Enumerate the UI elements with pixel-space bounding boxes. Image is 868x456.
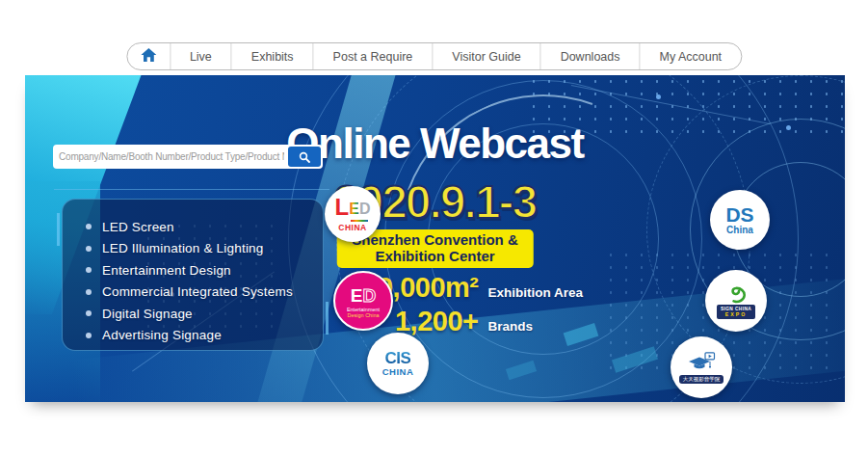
logo-ds-china[interactable]: DS China [710, 190, 770, 250]
cis-china-label: CHINA [382, 366, 414, 377]
category-panel: LED Screen LED Illumination & Lighting E… [62, 199, 324, 351]
logo-cis-china[interactable]: CIS CHINA [367, 333, 429, 394]
led-letter-e: E [349, 201, 359, 217]
bullet-dot-icon [86, 246, 92, 252]
circuit-node [656, 94, 661, 99]
led-china-wordmark: L E D [335, 196, 371, 219]
led-china-label: CHINA [338, 223, 366, 232]
ed-letter-d: D [362, 286, 376, 305]
led-letter-l: L [335, 196, 350, 219]
sign-china-swirl-icon [723, 282, 749, 304]
category-label: Entertainment Design [102, 263, 231, 278]
nav-item-downloads[interactable]: Downloads [540, 43, 640, 69]
bullet-dot-icon [86, 289, 92, 295]
home-icon [141, 48, 156, 65]
main-nav: Live Exhibits Post a Require Visitor Gui… [126, 42, 742, 70]
category-item[interactable]: Digital Signage [86, 303, 323, 325]
category-label: Commercial Integrated Systems [102, 284, 293, 299]
led-rainbow-bar [351, 220, 368, 223]
circuit-line [571, 85, 770, 124]
bg-block [612, 346, 658, 373]
category-label: LED Illumination & Lighting [102, 241, 264, 255]
logo-academy[interactable]: 大天视影音学院 [671, 336, 732, 398]
ds-china-label: China [726, 225, 753, 235]
category-item[interactable]: Advertising Signage [86, 325, 323, 347]
category-item[interactable]: LED Illumination & Lighting [86, 238, 323, 260]
category-label: LED Screen [102, 220, 174, 234]
logo-led-china[interactable]: L E D CHINA [325, 186, 381, 242]
cis-wordmark: CIS [385, 350, 411, 366]
ed-line-2: Design China [347, 312, 379, 318]
ed-letter-e: E [351, 286, 363, 305]
search-button[interactable] [288, 147, 321, 167]
led-letter-d: D [359, 201, 371, 217]
nav-item-live[interactable]: Live [170, 43, 231, 69]
bullet-dot-icon [86, 333, 92, 338]
bullet-dot-icon [86, 224, 92, 229]
search-input[interactable] [55, 147, 288, 167]
category-label: Digital Signage [102, 307, 193, 321]
page: { "nav": { "items": ["Live", "Exhibits",… [0, 0, 868, 456]
stat-label: Exhibition Area [488, 285, 633, 300]
ed-wordmark: E D [351, 286, 376, 305]
home-button[interactable] [127, 43, 170, 69]
category-item[interactable]: LED Screen [86, 216, 323, 238]
logo-sign-china-expo[interactable]: SIGN CHINA EXPO [705, 270, 767, 332]
search-icon [299, 151, 310, 163]
graduation-cap-icon [687, 352, 716, 373]
category-label: Advertising Signage [102, 328, 222, 342]
bullet-dot-icon [86, 310, 92, 316]
hero-banner: LED Screen LED Illumination & Lighting E… [25, 75, 845, 402]
sign-china-badge: SIGN CHINA EXPO [717, 305, 755, 319]
nav-item-my-account[interactable]: My Account [639, 43, 741, 69]
nav-item-visitor-guide[interactable]: Visitor Guide [432, 43, 539, 69]
stat-label: Brands [488, 319, 633, 334]
logo-entertainment-design[interactable]: E D Entertainment Design China [333, 271, 393, 331]
bullet-dot-icon [86, 267, 92, 273]
venue-line-2: Exhibition Center [352, 249, 518, 265]
nav-item-exhibits[interactable]: Exhibits [231, 43, 313, 69]
sign-expo-label: EXPO [721, 311, 751, 317]
category-item[interactable]: Commercial Integrated Systems [86, 282, 323, 304]
nav-item-post-a-require[interactable]: Post a Require [313, 43, 433, 69]
search-bar [53, 145, 323, 169]
category-list: LED Screen LED Illumination & Lighting E… [63, 200, 323, 346]
academy-caption: 大天视影音学院 [679, 375, 724, 384]
venue-line-1: Shenzhen Convention & [352, 232, 518, 249]
bg-block [506, 361, 537, 381]
category-item[interactable]: Entertainment Design [86, 259, 323, 282]
ds-wordmark: DS [725, 204, 753, 225]
